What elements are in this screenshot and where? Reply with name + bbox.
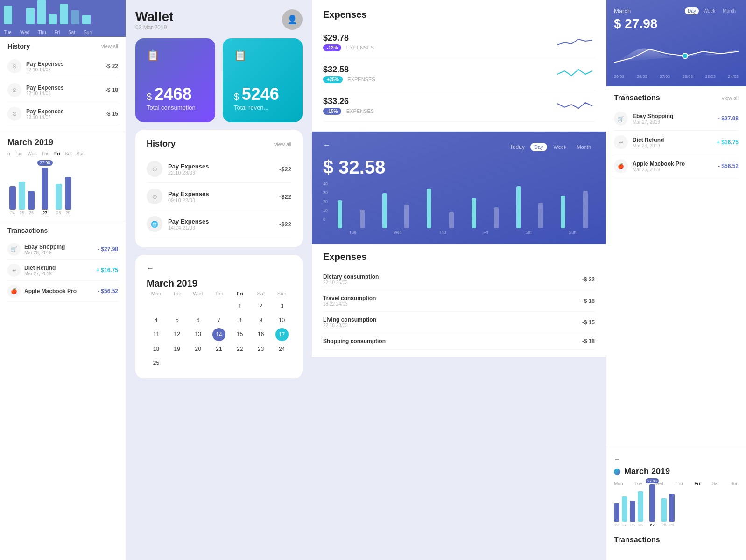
chi-info-2: Pay Expenses 09:10 22/03	[168, 190, 209, 203]
left-history-label-2: Pay Expenses	[26, 84, 64, 91]
bar-1	[4, 6, 12, 24]
cal-back-btn[interactable]: ←	[147, 264, 154, 273]
chi-time-2: 09:10 22/03	[168, 197, 209, 203]
cal-day-11[interactable]: 11	[147, 328, 166, 341]
left-bar-2	[19, 182, 25, 210]
right-month-label: March	[614, 7, 631, 14]
cal-day-13[interactable]: 13	[189, 328, 208, 341]
left-transaction-2[interactable]: ↩ Diet Refund Mar 27, 2019 + $16.75	[7, 260, 118, 281]
bb-badge: 27.98	[646, 478, 659, 483]
cal-day-17-highlighted[interactable]: 17	[275, 328, 289, 341]
expense-label-2: EXPENSES	[347, 77, 375, 82]
bc-fri: Fri	[694, 481, 700, 486]
rt-amount-3: - $56.52	[718, 163, 739, 169]
ch-sat: Sat	[65, 151, 72, 156]
card-consumption[interactable]: 📋 $ 2468 Total consumption	[135, 38, 215, 122]
center-history-item-2[interactable]: ⊙ Pay Expenses 09:10 22/03 -$22	[147, 183, 291, 210]
exp-bottom-row-3[interactable]: Living consumption 22:18 23/03 -$ 15	[323, 312, 595, 333]
cal-day-21[interactable]: 21	[210, 343, 229, 355]
right-period-day[interactable]: Day	[685, 7, 699, 14]
expense-row-3: $33.26 -15% EXPENSES	[323, 90, 595, 122]
right-amount-big: $ 27.98	[614, 16, 739, 31]
dark-chart-back[interactable]: ←	[323, 141, 331, 149]
cal-day-16[interactable]: 16	[251, 328, 270, 341]
left-history-item-1[interactable]: ⊙ Pay Expenses 22:10 14/03 -$ 22	[7, 55, 118, 78]
date-2703: 27/03	[660, 74, 670, 79]
user-avatar[interactable]: 👤	[282, 9, 303, 30]
cal-day-14-highlighted[interactable]: 14	[212, 328, 225, 341]
left-bar-label-1: 24	[10, 210, 15, 215]
cal-day-3[interactable]: 3	[272, 300, 291, 312]
period-btn-week[interactable]: Week	[550, 143, 570, 151]
cal-day-1[interactable]: 1	[230, 300, 249, 312]
dark-chart-header: ← Today Day Week Month	[323, 141, 595, 153]
right-trans-item-1[interactable]: 🛒 Ebay Shopping Mar 27, 2019 - $27.98	[614, 107, 739, 131]
cal-day-18[interactable]: 18	[147, 343, 166, 355]
expense-badge-1: -12%	[323, 44, 341, 51]
cal-day-24[interactable]: 24	[272, 343, 291, 355]
left-cal-days-header: n Tue Wed Thu Fri Sat Sun	[7, 151, 118, 156]
left-bar-col-2: 25	[19, 182, 25, 215]
cal-day-4[interactable]: 4	[147, 314, 166, 326]
cal-day-19[interactable]: 19	[168, 343, 187, 355]
right-trans-item-3[interactable]: 🍎 Apple Macbook Pro Mar 25, 2019 - $56.5…	[614, 154, 739, 178]
dark-day-fri: Fri	[483, 230, 488, 235]
expense-label-3: EXPENSES	[346, 108, 374, 114]
cal-day-23[interactable]: 23	[251, 343, 270, 355]
cal-day-5[interactable]: 5	[168, 314, 187, 326]
cal-day-6[interactable]: 6	[189, 314, 208, 326]
axis-30: 30	[323, 190, 328, 195]
date-2403: 24/03	[728, 74, 739, 79]
bb-bar-5	[649, 484, 655, 522]
left-history-label-3: Pay Expenses	[26, 108, 64, 115]
day-tue: Tue	[4, 30, 12, 35]
expense-badges-2: +25% EXPENSES	[323, 75, 375, 83]
cal-day-2[interactable]: 2	[251, 300, 270, 312]
cal-day-20[interactable]: 20	[189, 343, 208, 355]
bar-7	[71, 10, 79, 24]
right-trans-view-all[interactable]: view all	[722, 95, 739, 101]
cal-day-8[interactable]: 8	[230, 314, 249, 326]
cal-day-12[interactable]: 12	[168, 328, 187, 341]
cal-day-9[interactable]: 9	[251, 314, 270, 326]
period-btn-day[interactable]: Day	[530, 143, 547, 151]
rt-icon-1: 🛒	[614, 112, 628, 126]
exp-bottom-label-4: Shopping consumption	[323, 338, 386, 344]
left-transaction-1[interactable]: 🛒 Ebay Shopping Mar 28, 2019 - $27.98	[7, 239, 118, 260]
left-history-view-all[interactable]: view all	[101, 43, 118, 49]
rt-name-1: Ebay Shopping	[633, 113, 673, 119]
left-trans-date-2: Mar 27, 2019	[24, 271, 56, 276]
right-bottom-back[interactable]: ←	[614, 455, 739, 463]
right-trans-item-2[interactable]: ↩ Diet Refund Mar 26, 2019 + $16.75	[614, 131, 739, 154]
center-history-view-all[interactable]: view all	[274, 141, 291, 147]
center-history-item-1[interactable]: ⊙ Pay Expenses 22:10 23/03 -$22	[147, 155, 291, 183]
left-history-item-3[interactable]: ⊙ Pay Expenses 22:10 14/03 -$ 15	[7, 102, 118, 126]
cal-hdr-fri: Fri	[230, 289, 249, 298]
cal-day-25[interactable]: 25	[147, 357, 166, 369]
right-period-week[interactable]: Week	[701, 7, 718, 14]
dark-bar-8	[494, 207, 499, 228]
exp-bottom-row-4[interactable]: Shopping consumption -$ 18	[323, 333, 595, 350]
wallet-title-group: Wallet 03 Mar 2019	[135, 9, 173, 31]
center-history-item-3[interactable]: 🌐 Pay Expenses 14:24 21/03 -$22	[147, 210, 291, 238]
expense-amount-1: $29.78	[323, 33, 374, 43]
chi-left-2: ⊙ Pay Expenses 09:10 22/03	[147, 189, 209, 204]
right-period-month[interactable]: Month	[720, 7, 739, 14]
left-history-item-info-1: Pay Expenses 22:10 14/03	[26, 61, 64, 72]
card-revenue[interactable]: 📋 $ 5246 Total reven...	[223, 38, 303, 122]
dark-col-11	[554, 196, 572, 228]
cal-hdr-tue: Tue	[168, 289, 187, 298]
expenses-top-title: Expenses	[323, 9, 595, 20]
left-history-item-2[interactable]: ⊙ Pay Expenses 22:10 14/03 -$ 18	[7, 78, 118, 102]
exp-bottom-row-2[interactable]: Travel consumption 18:22 24/03 -$ 18	[323, 290, 595, 312]
period-btn-month[interactable]: Month	[573, 143, 595, 151]
left-transaction-3[interactable]: 🍎 Apple Macbook Pro - $56.52	[7, 281, 118, 302]
dark-col-2	[353, 210, 372, 228]
cal-day-15[interactable]: 15	[230, 328, 249, 341]
bar-8	[82, 15, 91, 24]
rt-icon-3: 🍎	[614, 159, 628, 173]
cal-day-7[interactable]: 7	[210, 314, 229, 326]
cal-day-10[interactable]: 10	[272, 314, 291, 326]
exp-bottom-row-1[interactable]: Dietary consumption 22:10 25/03 -$ 22	[323, 269, 595, 290]
cal-day-22[interactable]: 22	[230, 343, 249, 355]
